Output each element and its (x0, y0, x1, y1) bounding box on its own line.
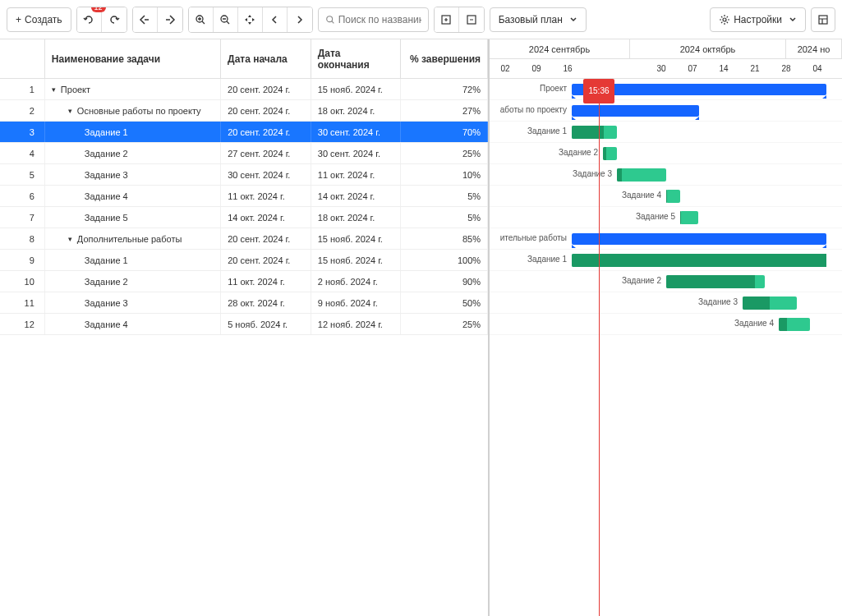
gantt-task-bar[interactable] (779, 318, 810, 331)
table-row[interactable]: 4Задание 227 сент. 2024 г.30 сент. 2024 … (0, 143, 488, 164)
gantt-body[interactable]: Проектаботы по проектуЗадание 1Задание 2… (490, 79, 842, 335)
col-start-header[interactable]: Дата начала (221, 39, 311, 78)
row-pct[interactable]: 70% (401, 122, 488, 142)
gantt-task-bar[interactable] (666, 275, 765, 288)
row-pct[interactable]: 90% (401, 271, 488, 292)
gantt-task-bar[interactable] (680, 211, 698, 224)
row-name[interactable]: Задание 4 (45, 186, 221, 206)
row-pct[interactable]: 50% (401, 292, 488, 313)
row-pct[interactable]: 5% (401, 207, 488, 228)
table-row[interactable]: 8▾Дополнительные работы20 сент. 2024 г.1… (0, 228, 488, 250)
row-start[interactable]: 11 окт. 2024 г. (221, 186, 311, 206)
row-name[interactable]: Задание 1 (45, 122, 221, 142)
row-name[interactable]: Задание 3 (45, 164, 221, 185)
gantt-task-bar[interactable] (617, 168, 666, 182)
zoom-out-button[interactable] (214, 7, 238, 32)
collapse-all-button[interactable] (459, 7, 484, 32)
row-name[interactable]: ▾Проект (45, 79, 221, 99)
row-name[interactable]: ▾Основные работы по проекту (45, 100, 221, 121)
expand-icon[interactable]: ▾ (68, 107, 72, 115)
gantt-task-bar[interactable] (743, 297, 797, 310)
gantt-task-bar[interactable] (666, 190, 680, 203)
row-name[interactable]: ▾Дополнительные работы (45, 228, 221, 249)
row-name[interactable]: Задание 3 (45, 292, 221, 313)
zoom-in-button[interactable] (189, 7, 214, 32)
table-row[interactable]: 2▾Основные работы по проекту20 сент. 202… (0, 100, 488, 122)
row-name[interactable]: Задание 1 (45, 250, 221, 270)
row-end[interactable]: 14 окт. 2024 г. (311, 186, 402, 206)
gantt-row[interactable]: Задание 1 (490, 122, 842, 143)
table-row[interactable]: 3Задание 120 сент. 2024 г.30 сент. 2024 … (0, 122, 488, 143)
layout-button[interactable] (811, 7, 835, 32)
undo-button[interactable]: 12 (77, 7, 102, 32)
table-row[interactable]: 11Задание 328 окт. 2024 г.9 нояб. 2024 г… (0, 292, 488, 314)
row-name[interactable]: Задание 4 (45, 314, 221, 334)
row-start[interactable]: 28 окт. 2024 г. (221, 292, 311, 313)
row-pct[interactable]: 100% (401, 250, 488, 270)
search-input[interactable] (338, 14, 421, 25)
gantt-row[interactable]: Задание 3 (490, 164, 842, 186)
row-start[interactable]: 20 сент. 2024 г. (221, 250, 311, 270)
gantt-task-bar[interactable] (572, 254, 826, 267)
row-pct[interactable]: 27% (401, 100, 488, 121)
row-pct[interactable]: 5% (401, 186, 488, 206)
table-row[interactable]: 5Задание 330 сент. 2024 г.11 окт. 2024 г… (0, 164, 488, 186)
col-name-header[interactable]: Наименование задачи (45, 39, 221, 78)
table-row[interactable]: 1▾Проект20 сент. 2024 г.15 нояб. 2024 г.… (0, 79, 488, 100)
indent-button[interactable] (158, 7, 182, 32)
row-end[interactable]: 2 нояб. 2024 г. (311, 271, 402, 292)
row-end[interactable]: 12 нояб. 2024 г. (311, 314, 402, 334)
row-end[interactable]: 18 окт. 2024 г. (311, 100, 402, 121)
row-end[interactable]: 9 нояб. 2024 г. (311, 292, 402, 313)
expand-icon[interactable]: ▾ (68, 235, 72, 243)
row-pct[interactable]: 25% (401, 143, 488, 163)
zoom-fit-button[interactable] (238, 7, 263, 32)
row-start[interactable]: 5 нояб. 2024 г. (221, 314, 311, 334)
gantt-row[interactable]: Задание 2 (490, 143, 842, 164)
row-start[interactable]: 20 сент. 2024 г. (221, 122, 311, 142)
gantt-row[interactable]: Задание 1 (490, 250, 842, 271)
create-button[interactable]: + Создать (7, 7, 71, 32)
prev-button[interactable] (263, 7, 288, 32)
row-end[interactable]: 18 окт. 2024 г. (311, 207, 402, 228)
row-pct[interactable]: 25% (401, 314, 488, 334)
row-name[interactable]: Задание 2 (45, 143, 221, 163)
table-row[interactable]: 10Задание 211 окт. 2024 г.2 нояб. 2024 г… (0, 271, 488, 292)
gantt-task-bar[interactable] (603, 147, 617, 160)
row-start[interactable]: 20 сент. 2024 г. (221, 100, 311, 121)
table-row[interactable]: 7Задание 514 окт. 2024 г.18 окт. 2024 г.… (0, 207, 488, 228)
gantt-summary-bar[interactable] (572, 233, 826, 245)
redo-button[interactable] (102, 7, 127, 32)
expand-all-button[interactable] (435, 7, 459, 32)
row-name[interactable]: Задание 2 (45, 271, 221, 292)
gantt-row[interactable]: Задание 4 (490, 314, 842, 335)
row-end[interactable]: 30 сент. 2024 г. (311, 122, 402, 142)
row-start[interactable]: 30 сент. 2024 г. (221, 164, 311, 185)
gantt-row[interactable]: аботы по проекту (490, 100, 842, 122)
row-start[interactable]: 14 окт. 2024 г. (221, 207, 311, 228)
col-end-header[interactable]: Дата окончания (311, 39, 402, 78)
row-pct[interactable]: 72% (401, 79, 488, 99)
row-start[interactable]: 11 окт. 2024 г. (221, 271, 311, 292)
baseline-button[interactable]: Базовый план (490, 7, 587, 32)
expand-icon[interactable]: ▾ (52, 85, 56, 94)
gantt-row[interactable]: Задание 2 (490, 271, 842, 292)
row-end[interactable]: 15 нояб. 2024 г. (311, 79, 402, 99)
gantt-row[interactable]: Проект (490, 79, 842, 100)
table-row[interactable]: 9Задание 120 сент. 2024 г.15 нояб. 2024 … (0, 250, 488, 271)
row-end[interactable]: 30 сент. 2024 г. (311, 143, 402, 163)
table-row[interactable]: 6Задание 411 окт. 2024 г.14 окт. 2024 г.… (0, 186, 488, 207)
settings-button[interactable]: Настройки (710, 7, 806, 32)
gantt-row[interactable]: ительные работы (490, 228, 842, 250)
row-start[interactable]: 27 сент. 2024 г. (221, 143, 311, 163)
gantt-summary-bar[interactable] (572, 105, 699, 117)
row-end[interactable]: 15 нояб. 2024 г. (311, 250, 402, 270)
row-pct[interactable]: 85% (401, 228, 488, 249)
col-pct-header[interactable]: % завершения (401, 39, 488, 78)
row-end[interactable]: 15 нояб. 2024 г. (311, 228, 402, 249)
next-button[interactable] (288, 7, 312, 32)
row-pct[interactable]: 10% (401, 164, 488, 185)
row-start[interactable]: 20 сент. 2024 г. (221, 79, 311, 99)
gantt-task-bar[interactable] (572, 126, 617, 139)
row-start[interactable]: 20 сент. 2024 г. (221, 228, 311, 249)
